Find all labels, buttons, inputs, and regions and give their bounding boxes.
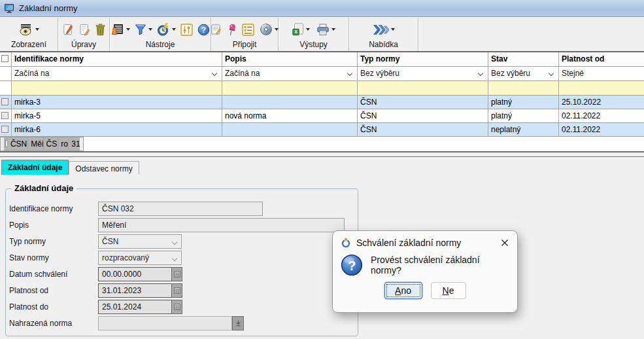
print-icon[interactable] [316, 24, 335, 36]
new-record-button[interactable] [63, 24, 74, 36]
confirm-dialog: Schválení základní normy ? Provést schvá… [332, 230, 518, 313]
tab-zakladni-udaje[interactable]: Základní údaje [1, 160, 69, 175]
dialog-body: ? Provést schválení základní normy? [333, 249, 517, 276]
filter-cell-checkbox [0, 67, 12, 80]
chevron-down-icon [172, 256, 177, 261]
column-header-identifikace[interactable]: Identifikace normy [12, 52, 222, 66]
dropdown-arrow-icon [148, 28, 152, 31]
platnost-od-field[interactable]: 31.01.2023 [98, 283, 171, 298]
svg-text:x: x [294, 28, 297, 35]
calendar-button[interactable] [171, 267, 182, 281]
table-row-selected[interactable]: ČSN 032 Měření ČSN rozpracovaný 31.01.20… [0, 137, 84, 151]
field-label: Stav normy [9, 253, 98, 262]
data-view-button[interactable] [111, 23, 130, 36]
svg-text:?: ? [201, 26, 205, 35]
table-row[interactable]: mirka-3 ČSN platný 25.10.2022 [0, 96, 644, 109]
edit-record-button[interactable] [79, 24, 90, 36]
dialog-titlebar: Schválení základní normy [333, 231, 517, 249]
table-row[interactable]: mirka-6 ČSN neplatný 02.11.2022 [0, 123, 644, 137]
view-icon [19, 24, 33, 36]
toolbar-group-label: Zobrazení [0, 40, 58, 51]
column-header-typ[interactable]: Typ normy [358, 52, 488, 66]
filter-input-platnost[interactable] [559, 81, 644, 95]
filter-dropdown-typ[interactable]: Bez výběru [358, 67, 488, 80]
popis-field[interactable]: Měření [98, 218, 345, 232]
note-icon[interactable] [211, 24, 222, 36]
tasks-icon[interactable] [242, 24, 254, 36]
typ-normy-select[interactable]: ČSN [98, 234, 182, 249]
media-icon[interactable] [260, 23, 279, 36]
identifikace-normy-field[interactable]: ČSN 032 [98, 202, 263, 216]
platnost-do-field[interactable]: 25.01.2024 [98, 300, 171, 314]
filter-input-row [0, 81, 644, 96]
help-icon[interactable]: ? [197, 24, 210, 36]
stav-normy-select[interactable]: rozpracovaný [98, 251, 182, 265]
pin-icon[interactable] [227, 24, 237, 36]
toolbar: Zobrazení [0, 18, 644, 52]
cell-stav: platný [488, 96, 559, 109]
row-checkbox[interactable] [1, 126, 8, 133]
column-header-stav[interactable]: Stav [488, 52, 559, 66]
menu-chevrons-icon[interactable] [373, 24, 395, 35]
dialog-buttons: Ano Ne [333, 276, 517, 299]
filter-input-popis[interactable] [222, 81, 358, 95]
close-icon[interactable] [500, 238, 509, 247]
view-button[interactable] [19, 24, 39, 36]
dropdown-arrow-icon [306, 28, 310, 31]
filter-input-identifikace[interactable] [12, 81, 222, 95]
nahrazena-norma-field[interactable] [98, 316, 232, 330]
filter-dropdown-platnost[interactable]: Stejné [559, 67, 644, 80]
toolbar-group-label: Výstupy [279, 40, 348, 51]
field-label: Platnost do [9, 302, 98, 312]
no-button[interactable]: Ne [431, 282, 466, 299]
filter-input-stav[interactable] [488, 81, 559, 95]
history-icon[interactable] [157, 23, 176, 36]
table-row[interactable]: mirka-5 nová norma ČSN platný 02.11.2022 [0, 109, 644, 123]
cell-typ: ČSN [358, 96, 488, 109]
cell-popis [222, 96, 358, 109]
select-all-checkbox[interactable] [1, 55, 8, 62]
cell-identifikace: ČSN 032 [8, 137, 28, 151]
filter-dropdown-identifikace[interactable]: Začíná na [12, 67, 222, 80]
toolbar-group-label: Připojit [211, 40, 278, 51]
settings-icon[interactable] [180, 24, 193, 36]
filter-dropdown-popis[interactable]: Začíná na [222, 67, 358, 80]
dialog-title: Schválení základní normy [356, 238, 461, 248]
chevron-down-icon [347, 71, 352, 76]
dropdown-arrow-icon [391, 28, 395, 31]
row-checkbox[interactable] [1, 112, 8, 119]
dropdown-arrow-icon [126, 28, 130, 31]
app-window: Základní normy [0, 0, 644, 339]
detail-tabs: Základní údaje Odstavec normy [1, 160, 139, 175]
cell-stav: platný [488, 109, 559, 122]
window-title: Základní normy [19, 3, 78, 13]
calendar-icon [174, 287, 180, 294]
filter-input-typ[interactable] [358, 81, 488, 95]
excel-export-icon[interactable]: x [292, 23, 310, 36]
datum-schvaleni-field[interactable]: 00.00.0000 [98, 267, 171, 281]
table-header-row: Identifikace normy Popis Typ normy Stav … [0, 52, 644, 67]
dropdown-arrow-icon [331, 28, 335, 31]
filter-dropdown-stav[interactable]: Bez výběru [488, 67, 559, 80]
tab-odstavec-normy[interactable]: Odstavec normy [69, 161, 139, 175]
calendar-button[interactable] [171, 283, 182, 298]
toolbar-group-upravy: Úpravy [58, 18, 110, 51]
calendar-icon [174, 271, 180, 277]
field-label: Nahrazená norma [9, 319, 98, 328]
delete-icon[interactable] [95, 24, 105, 36]
field-label: Datum schválení [9, 270, 98, 279]
calendar-button[interactable] [171, 300, 182, 314]
toolbar-group-pripojit: Připojit [211, 18, 279, 51]
filter-icon[interactable] [135, 24, 152, 35]
cell-platnost: 02.11.2022 [559, 109, 644, 122]
toolbar-group-nabidka: Nabídka [349, 18, 418, 51]
toolbar-group-label: Nástroje [110, 40, 211, 51]
column-header-platnost[interactable]: Platnost od [559, 52, 644, 66]
cell-identifikace: mirka-6 [12, 123, 222, 136]
chevron-down-icon [172, 240, 177, 245]
yes-button[interactable]: Ano [384, 282, 422, 299]
row-checkbox[interactable] [1, 98, 8, 105]
lookup-button[interactable] [232, 316, 244, 330]
column-header-popis[interactable]: Popis [222, 52, 358, 66]
cell-platnost: 02.11.2022 [559, 123, 644, 136]
